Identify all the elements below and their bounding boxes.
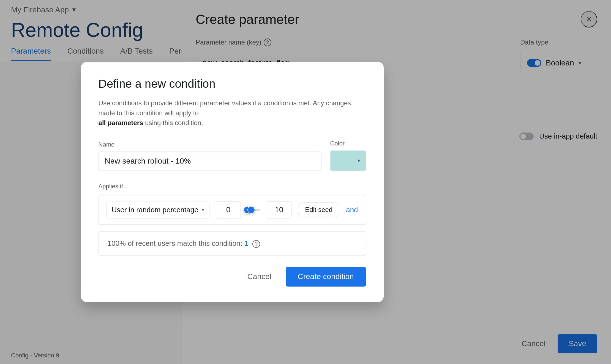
range-min-input[interactable] [216,201,241,218]
dialog-description-suffix: using this condition. [145,119,203,126]
color-label: Color [330,140,366,147]
color-group: Color ▾ [330,140,366,171]
condition-name-input[interactable] [99,151,321,171]
dialog-cancel-button[interactable]: Cancel [240,268,279,286]
match-box: 100% of recent users match this conditio… [99,231,366,256]
slider-container [247,209,260,211]
slider-thumb-right[interactable] [247,206,255,214]
name-color-row: Name Color ▾ [99,140,366,171]
define-condition-dialog: Define a new condition Use conditions to… [81,62,384,302]
name-group: Name [99,141,321,171]
condition-type-value: User in random percentage [112,206,198,214]
color-chevron-icon: ▾ [358,157,360,164]
edit-seed-button[interactable]: Edit seed [298,202,339,217]
condition-row: User in random percentage ▾ Edit seed an… [99,195,366,225]
match-text: 100% of recent users match this conditio… [108,239,242,247]
color-swatch [336,155,353,166]
create-condition-button[interactable]: Create condition [286,267,366,287]
applies-label: Applies if... [99,183,366,190]
condition-type-selector[interactable]: User in random percentage ▾ [107,202,209,218]
match-help-icon[interactable]: ? [252,240,260,248]
and-link[interactable]: and [346,206,358,214]
color-picker-button[interactable]: ▾ [330,150,366,171]
dialog-description-bold: all parameters [99,119,143,126]
slider-track [247,209,260,211]
match-count: 1 [244,239,248,247]
name-label: Name [99,141,321,148]
range-max-input[interactable] [267,201,291,218]
dialog-description: Use conditions to provide different para… [99,98,366,128]
dialog-footer: Cancel Create condition [99,267,366,287]
dialog-title: Define a new condition [99,77,366,90]
condition-type-chevron-icon: ▾ [202,207,204,213]
